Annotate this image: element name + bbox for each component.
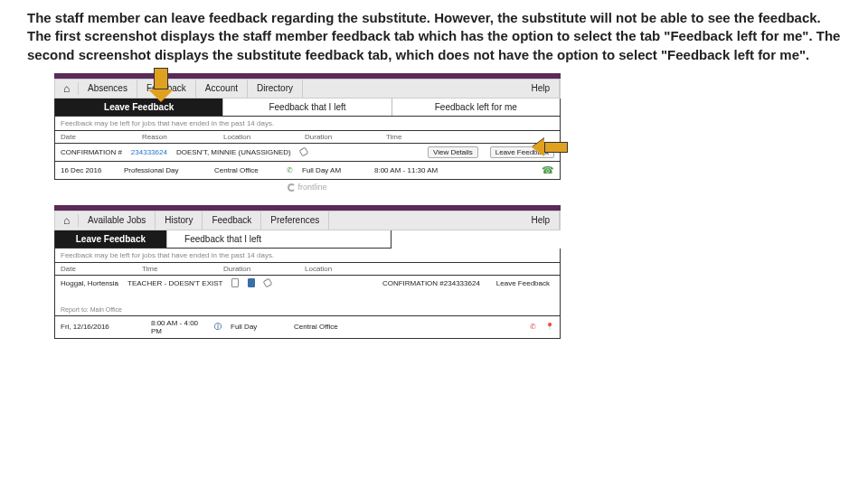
leave-feedback-button[interactable]: Leave Feedback [492, 278, 554, 288]
table-header: Date Reason Location Duration Time [54, 131, 561, 144]
nav-help[interactable]: Help [522, 79, 560, 99]
nav-history[interactable]: History [156, 211, 203, 230]
col-date: Date [61, 133, 106, 141]
table-row: Fri, 12/16/2016 8:00 AM - 4:00 PM ⓘ Full… [54, 316, 561, 339]
tab-feedback-for-me[interactable]: Feedback left for me [392, 99, 560, 116]
view-details-button[interactable]: View Details [428, 146, 478, 158]
table-row: CONFIRMATION # 234333624 DOESN'T, MINNIE… [54, 144, 561, 162]
top-nav: ⌂ Absences Feedback Account Directory He… [54, 79, 561, 99]
cell-reason: Professional Day [124, 166, 205, 174]
staff-role: TEACHER - DOESN'T EXIST [127, 279, 222, 287]
tab-leave-feedback[interactable]: Leave Feedback [55, 99, 223, 116]
feedback-tabs: Leave Feedback Feedback that I left [54, 230, 392, 249]
nav-available-jobs[interactable]: Available Jobs [79, 211, 156, 230]
report-to: Report to: Main Office [61, 306, 122, 313]
feedback-note: Feedback may be left for jobs that have … [54, 249, 561, 263]
feedback-tabs: Leave Feedback Feedback that I left Feed… [54, 99, 561, 117]
cell-time: 8:00 AM - 4:00 PM [151, 319, 205, 335]
feedback-note: Feedback may be left for jobs that have … [54, 117, 561, 131]
status-icon: ☎ [542, 164, 554, 176]
arrow-down-icon [154, 68, 174, 102]
tab-feedback-i-left[interactable]: Feedback that I left [223, 99, 392, 116]
nav-feedback[interactable]: Feedback [203, 211, 261, 230]
cell-location: Central Office [294, 323, 357, 331]
confirmation-number: CONFIRMATION #234333624 [382, 279, 480, 287]
substitute-name: DOESN'T, MINNIE (UNASSIGNED) [176, 148, 291, 156]
home-icon[interactable]: ⌂ [55, 82, 79, 95]
col-reason: Reason [142, 133, 187, 141]
confirmation-number[interactable]: 234333624 [131, 148, 167, 156]
table-row: Hoggal, Hortensia TEACHER - DOESN'T EXIS… [54, 276, 561, 316]
nav-account[interactable]: Account [196, 79, 248, 99]
col-time: Time [386, 133, 431, 141]
top-nav: ⌂ Available Jobs History Feedback Prefer… [54, 211, 561, 230]
note-icon[interactable] [248, 278, 255, 287]
col-location: Location [223, 133, 269, 141]
cell-time: 8:00 AM - 11:30 AM [374, 166, 456, 174]
tab-feedback-i-left[interactable]: Feedback that I left [167, 230, 279, 248]
phone-icon[interactable]: ✆ [530, 323, 536, 331]
pin-icon[interactable]: 📍 [545, 323, 554, 331]
note-icon[interactable] [231, 278, 239, 287]
col-duration: Duration [223, 265, 269, 273]
description-text: The staff member can leave feedback rega… [27, 9, 841, 64]
cell-duration: Full Day AM [302, 166, 365, 174]
col-duration: Duration [305, 133, 350, 141]
info-icon[interactable]: ⓘ [214, 322, 222, 332]
confirmation-label: CONFIRMATION # [61, 148, 122, 156]
nav-absences[interactable]: Absences [79, 79, 137, 99]
cell-location: Central Office [214, 166, 278, 174]
footer-logo: frontline [54, 180, 561, 194]
home-icon[interactable]: ⌂ [55, 214, 79, 227]
nav-preferences[interactable]: Preferences [261, 211, 329, 230]
cell-date: 16 Dec 2016 [61, 166, 115, 174]
col-location: Location [305, 265, 350, 273]
attachment-icon[interactable] [298, 147, 308, 157]
phone-icon: ✆ [287, 166, 293, 174]
screenshot-substitute: ⌂ Available Jobs History Feedback Prefer… [54, 205, 561, 339]
arrow-left-icon [532, 138, 568, 156]
col-time: Time [142, 265, 187, 273]
staff-name: Hoggal, Hortensia [61, 279, 118, 287]
nav-help[interactable]: Help [522, 211, 560, 230]
cell-duration: Full Day [231, 323, 285, 331]
screenshot-staff: ⌂ Absences Feedback Account Directory He… [54, 73, 561, 194]
nav-directory[interactable]: Directory [248, 79, 303, 99]
attachment-icon[interactable] [263, 278, 273, 288]
table-row: 16 Dec 2016 Professional Day Central Off… [54, 162, 561, 180]
tab-leave-feedback[interactable]: Leave Feedback [55, 230, 167, 248]
cell-date: Fri, 12/16/2016 [61, 323, 142, 331]
col-date: Date [61, 265, 106, 273]
table-header: Date Time Duration Location [54, 263, 561, 276]
